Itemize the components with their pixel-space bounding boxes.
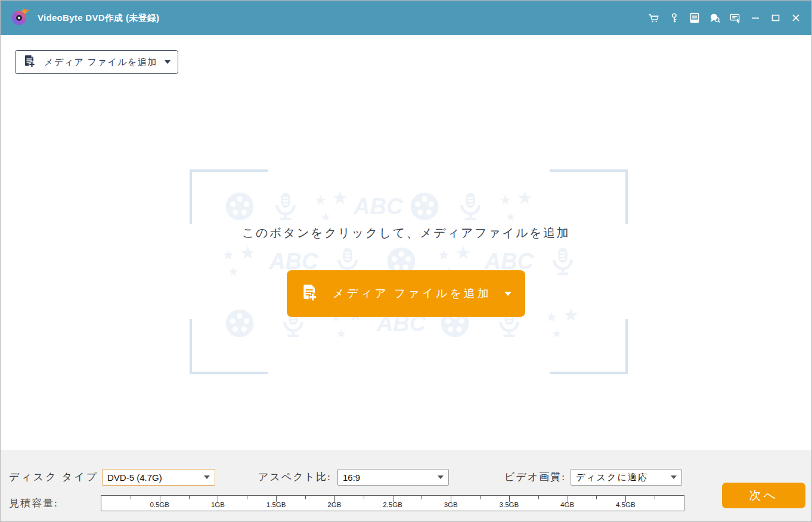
- add-media-label: メディア ファイルを追加: [333, 286, 491, 301]
- ruler-minor-tick: [305, 496, 306, 499]
- settings-bar: ディスク タイプ DVD-5 (4.7G) アスペクト比: 16:9 ビデオ画質…: [1, 450, 811, 521]
- menu-select-icon[interactable]: [729, 12, 741, 24]
- disc-type-label: ディスク タイプ: [9, 469, 98, 486]
- app-logo-icon: [10, 6, 32, 30]
- microphone-icon: [546, 244, 580, 279]
- chevron-down-icon: [671, 475, 677, 479]
- ruler-tick-label: 3GB: [444, 501, 458, 508]
- corner-bracket-bottom-right: [550, 319, 628, 374]
- app-window: VideoByte DVD作成 (未登録): [0, 0, 812, 522]
- ruler-minor-tick: [538, 496, 539, 499]
- abc-watermark: ABC: [361, 189, 395, 224]
- ruler-tick-label: 4.5GB: [616, 501, 636, 508]
- ruler-minor-tick: [655, 496, 655, 499]
- dropzone-hint-text: このボタンをクリックして、メディアファイルを追加: [1, 225, 811, 241]
- window-title: VideoByte DVD作成 (未登録): [38, 13, 159, 24]
- film-reel-icon: [407, 189, 442, 224]
- disc-type-select[interactable]: DVD-5 (4.7G): [102, 469, 215, 486]
- corner-bracket-top-left: [190, 169, 268, 224]
- estimated-capacity-label: 見積容量:: [9, 495, 58, 511]
- next-button[interactable]: 次へ: [722, 483, 805, 508]
- microphone-icon: [453, 189, 488, 224]
- ruler-minor-tick: [422, 496, 422, 499]
- microphone-icon: [268, 189, 303, 224]
- capacity-ruler: 0.5GB1GB1.5GB2GB2.5GB3GB3.5GB4GB4.5GB: [101, 495, 684, 511]
- disc-type-value: DVD-5 (4.7G): [107, 472, 162, 483]
- stars-icon: ★★★: [315, 189, 349, 224]
- corner-bracket-bottom-left: [190, 319, 268, 374]
- ruler-tick-label: 0.5GB: [150, 501, 169, 508]
- ruler-minor-tick: [247, 496, 247, 499]
- minimize-button[interactable]: [749, 12, 761, 24]
- video-quality-label: ビデオ画質:: [504, 469, 566, 486]
- ruler-tick-label: 4GB: [560, 501, 574, 508]
- ruler-tick-label: 1.5GB: [266, 501, 286, 508]
- aspect-ratio-value: 16:9: [343, 472, 360, 483]
- ruler-tick-label: 2GB: [327, 501, 341, 508]
- stars-icon: ★★★: [500, 189, 534, 224]
- ruler-minor-tick: [131, 496, 131, 499]
- key-icon[interactable]: [668, 12, 680, 24]
- close-button[interactable]: [790, 12, 802, 24]
- ruler-minor-tick: [596, 496, 597, 499]
- cart-icon[interactable]: [648, 12, 660, 24]
- video-quality-select[interactable]: ディスクに適応: [571, 469, 682, 486]
- media-dropzone: ★★★ ABC ★★★ ABC ★★★ ABC: [1, 35, 811, 451]
- chevron-down-icon: [438, 475, 444, 479]
- ruler-tick-label: 3.5GB: [500, 501, 519, 508]
- main-content: メディア ファイルを追加 ★★★ ABC: [1, 35, 811, 451]
- ruler-minor-tick: [364, 496, 364, 499]
- corner-bracket-top-right: [550, 169, 628, 224]
- chevron-down-icon: [504, 292, 512, 296]
- titlebar-actions: [648, 12, 802, 24]
- stars-icon: ★★★: [222, 244, 257, 279]
- feedback-icon[interactable]: [709, 12, 721, 24]
- titlebar-left: VideoByte DVD作成 (未登録): [10, 6, 159, 30]
- watermark-row: ★★★ ABC ★★★ ABC: [222, 189, 580, 224]
- aspect-ratio-label: アスペクト比:: [258, 469, 331, 486]
- ruler-tick-label: 2.5GB: [383, 501, 402, 508]
- video-quality-value: ディスクに適応: [576, 472, 648, 483]
- aspect-ratio-select[interactable]: 16:9: [337, 469, 449, 486]
- titlebar: VideoByte DVD作成 (未登録): [1, 1, 811, 35]
- maximize-button[interactable]: [770, 12, 782, 24]
- ruler-tick-label: 1GB: [211, 501, 225, 508]
- ruler-minor-tick: [189, 496, 190, 499]
- ruler-minor-tick: [480, 496, 481, 499]
- add-file-icon: [300, 283, 320, 305]
- chevron-down-icon: [204, 475, 210, 479]
- add-media-button-main[interactable]: メディア ファイルを追加: [287, 270, 525, 317]
- document-icon[interactable]: [689, 12, 701, 24]
